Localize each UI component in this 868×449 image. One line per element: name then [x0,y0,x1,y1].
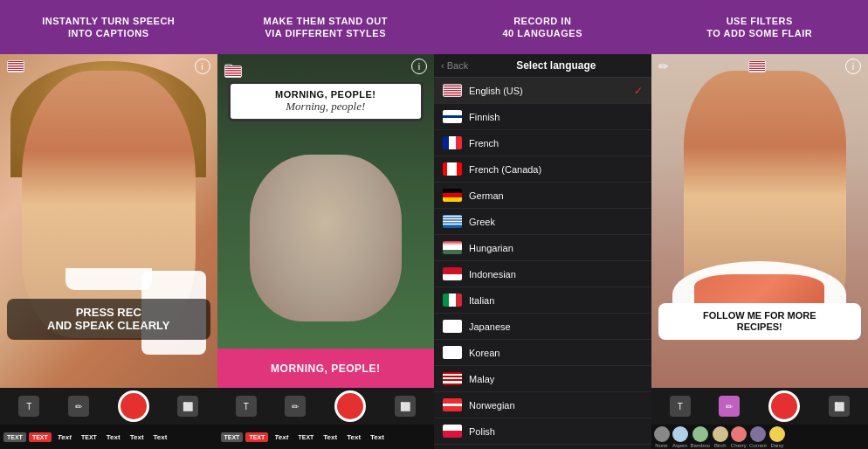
language-name: English (US) [469,86,627,96]
filter-circle [769,426,785,442]
language-name: Indonesian [469,269,643,280]
language-checkmark: ✓ [634,85,643,97]
language-item[interactable]: French [434,130,651,156]
filter-item[interactable]: None [654,426,670,448]
camera-button-2[interactable]: ⬜ [395,396,416,417]
filters-bar: NoneAspenBambooBirchCherryCurrantDaisy [651,425,869,449]
panel1-title: INSTANTLY TURN SPEECH INTO CAPTIONS [42,15,175,40]
text-style-4[interactable]: TEXT [78,432,100,442]
language-name: French [469,138,643,149]
filter-item[interactable]: Bamboo [691,426,710,448]
language-flag [443,189,462,202]
p2-style-4[interactable]: TEXT [294,432,317,442]
panel-languages: RECORD IN 40 LANGUAGES ‹ Back Select lan… [434,0,651,449]
camera-button-1[interactable]: ⬜ [177,396,198,417]
info-button-4[interactable]: i [845,59,861,74]
p2-style-1[interactable]: TEXT [221,432,244,442]
info-button-1[interactable]: i [195,59,210,74]
pen-icon-4: ✏ [658,59,669,73]
language-name: Hungarian [469,243,643,253]
p2-style-7[interactable]: Text [367,432,388,443]
language-item[interactable]: Hungarian [434,235,651,261]
filter-item[interactable]: Daisy [769,426,785,448]
panel4-screen: ✏ i FOLLOW ME FOR MORE RECIPES! [651,54,869,388]
language-flag [443,215,462,228]
bottom-controls-2: T ✏ ⬜ [217,388,435,425]
filter-circle [654,426,670,442]
language-flag [443,110,462,123]
language-name: Polish [469,426,643,437]
pen-button-2[interactable]: ✏ [285,396,306,417]
record-button-4[interactable] [768,390,800,422]
language-item[interactable]: Polish [434,418,651,445]
language-name: Greek [469,217,643,227]
text-button-4[interactable]: T [670,396,691,417]
language-flag [443,372,462,385]
bubble-text-italic: Morning, people! [238,100,414,114]
p2-style-5[interactable]: Text [320,432,341,443]
filter-circle [713,426,728,442]
language-flag [443,425,462,438]
text-styles-bar-2: TEXT TEXT Text TEXT Text Text Text [217,425,435,449]
p2-style-6[interactable]: Text [343,432,364,443]
bottom-pink-text: MORNING, PEOPLE! [271,363,380,375]
caption-box-4: FOLLOW ME FOR MORE RECIPES! [658,303,862,340]
language-flag [443,162,462,176]
panel3-header: RECORD IN 40 LANGUAGES [434,0,651,54]
language-flag [443,241,462,254]
panel3-screen: ‹ Back Select language English (US)✓Finn… [434,54,651,449]
language-flag [443,346,462,359]
record-button-1[interactable] [118,390,149,422]
language-item[interactable]: Japanese [434,314,651,340]
language-nav: ‹ Back Select language [434,54,651,78]
language-item[interactable]: Indonesian [434,261,651,287]
p2-style-3[interactable]: Text [271,432,292,443]
language-item[interactable]: Italian [434,287,651,314]
language-item[interactable]: German [434,183,651,209]
flag-icon-us [7,60,24,73]
back-label: Back [447,60,468,71]
p2-style-2[interactable]: TEXT [245,432,268,442]
language-item[interactable]: French (Canada) [434,156,651,183]
filter-item[interactable]: Aspen [672,426,688,448]
filter-circle [731,426,747,442]
text-style-2[interactable]: TEXT [29,432,52,442]
language-flag [443,398,462,411]
language-item[interactable]: Malay [434,366,651,392]
language-item[interactable]: Korean [434,340,651,366]
filter-item[interactable]: Currant [749,426,767,448]
back-button[interactable]: ‹ Back [441,60,468,71]
language-flag [443,267,462,280]
pen-button-1[interactable]: ✏ [68,396,89,417]
filter-circle [692,426,708,442]
language-name: Malay [469,374,643,384]
text-button-2[interactable]: T [236,396,257,417]
back-chevron: ‹ [441,60,444,71]
language-item[interactable]: Finnish [434,104,651,130]
text-style-3[interactable]: Text [54,432,75,443]
flag-icon-4 [748,60,766,73]
filter-item[interactable]: Cherry [731,426,747,448]
text-style-1[interactable]: TEXT [3,432,26,442]
text-style-5[interactable]: Text [103,432,124,443]
panel1-screen: i PRESS REC AND SPEAK CLEARLY [0,54,217,388]
language-name: Finnish [469,112,643,122]
filter-item[interactable]: Birch [713,426,728,448]
language-item[interactable]: Norwegian [434,392,651,418]
text-style-6[interactable]: Text [127,432,148,443]
filter-label: Aspen [672,443,687,448]
info-button-2[interactable]: i [411,59,427,74]
language-item[interactable]: English (US)✓ [434,78,651,104]
filter-circle [750,426,766,442]
record-button-2[interactable] [334,390,366,422]
panel-filters: USE FILTERS TO ADD SOME FLAIR ✏ i FOLLOW… [651,0,869,449]
text-style-7[interactable]: Text [150,432,171,443]
language-flag [443,320,462,333]
camera-button-4[interactable]: ⬜ [829,396,850,417]
caption-text-1: PRESS REC AND SPEAK CLEARLY [16,306,202,333]
text-button-1[interactable]: T [18,396,39,417]
language-name: Korean [469,348,643,358]
language-item[interactable]: Greek [434,209,651,235]
panel4-title: USE FILTERS TO ADD SOME FLAIR [706,15,812,40]
pen-button-4[interactable]: ✏ [719,396,740,417]
